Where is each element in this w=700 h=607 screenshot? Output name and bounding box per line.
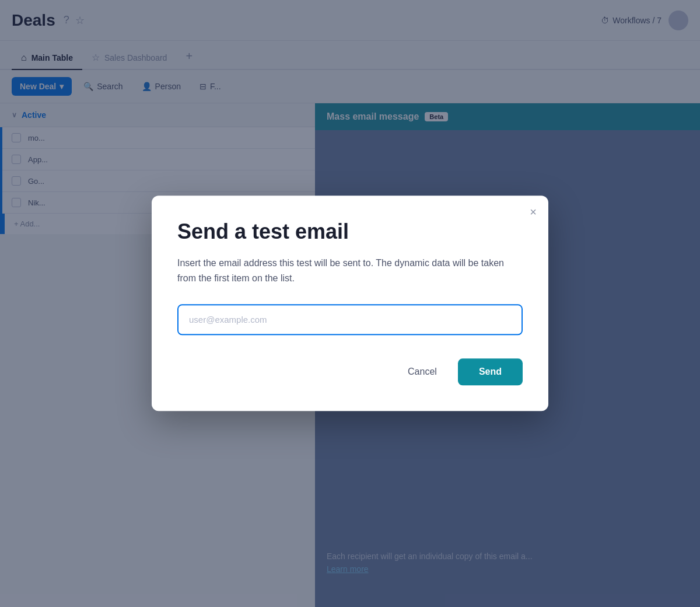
send-test-email-modal: × Send a test email Insert the email add… [152,196,548,411]
modal-description: Insert the email address this test will … [177,256,523,286]
modal-actions: Cancel Send [177,359,523,386]
close-button[interactable]: × [530,206,537,218]
email-input[interactable] [177,305,523,336]
modal-title: Send a test email [177,219,523,244]
send-button[interactable]: Send [458,359,523,386]
cancel-button[interactable]: Cancel [396,360,449,385]
